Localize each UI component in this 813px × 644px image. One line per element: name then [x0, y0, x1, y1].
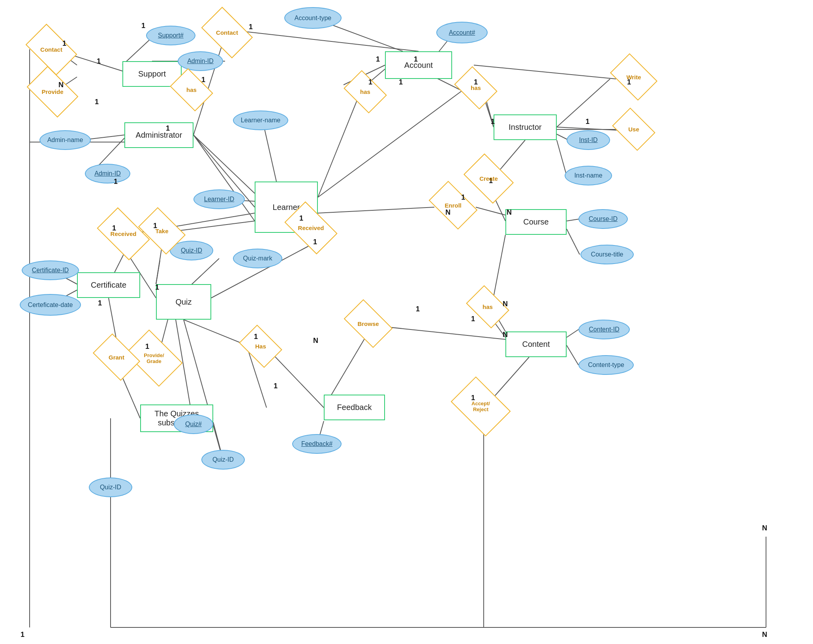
card-38: 1 [254, 333, 258, 341]
card-11: 1 [368, 78, 372, 86]
attr-account-num: Account# [436, 22, 488, 43]
rel-accept-reject: Accept/Reject [456, 389, 505, 424]
svg-line-56 [184, 320, 247, 345]
card-39: 1 [274, 382, 278, 390]
card-21: 1 [112, 224, 116, 232]
card-3: N [58, 81, 64, 89]
card-10: 1 [166, 124, 170, 133]
svg-line-27 [318, 207, 434, 213]
card-26: 1 [313, 238, 317, 246]
attr-cert-id: Certificate-ID [22, 260, 79, 280]
attr-inst-name: Inst-name [565, 166, 612, 185]
rel-browse: Browse [347, 310, 389, 337]
card-1: 1 [62, 39, 66, 48]
attr-admin-id2: Admin-ID [85, 164, 130, 183]
card-33: N [762, 524, 767, 532]
rel-received2: Received [288, 213, 334, 243]
svg-line-39 [567, 229, 580, 255]
card-17: 1 [489, 177, 493, 185]
card-20: 1 [461, 193, 465, 202]
attr-feedback-num: Feedback# [292, 434, 342, 454]
rel-write: Write [614, 63, 653, 91]
entity-quiz: Quiz [156, 284, 211, 320]
svg-line-0 [245, 32, 419, 51]
card-37: 1 [98, 299, 102, 307]
rel-contact1: Contact [30, 35, 73, 64]
entity-course: Course [505, 209, 567, 235]
entity-administrator: Administrator [124, 122, 193, 148]
svg-line-72 [474, 65, 616, 79]
rel-received1: Received [101, 219, 146, 249]
card-29: N [503, 300, 508, 308]
rel-provide1: Provide [31, 77, 74, 107]
rel-provide-grade: Provide/Grade [130, 341, 178, 375]
card-8: 1 [414, 55, 418, 64]
card-24: 1 [155, 283, 159, 292]
card-35: N [762, 631, 767, 639]
card-28: 1 [416, 305, 420, 313]
card-31: 1 [471, 315, 475, 323]
svg-line-38 [567, 219, 579, 221]
entity-instructor: Instructor [494, 114, 557, 140]
attr-cert-date: Certeficate-date [20, 294, 81, 316]
card-23: 1 [153, 222, 157, 230]
rel-grant: Grant [97, 343, 136, 371]
connector-lines [0, 0, 813, 644]
svg-line-19 [193, 135, 255, 193]
svg-line-35 [557, 140, 567, 176]
entity-content: Content [505, 331, 567, 357]
card-14: 1 [491, 118, 495, 126]
attr-support-num: Support# [146, 26, 195, 45]
rel-has5: has [470, 294, 505, 320]
attr-course-title: Course-title [580, 245, 634, 264]
rel-has2: has [347, 79, 383, 105]
entity-feedback: Feedback [324, 395, 385, 420]
card-22: 1 [114, 178, 118, 186]
entity-account: Account [385, 51, 452, 79]
card-19: N [445, 208, 451, 217]
svg-line-32 [557, 79, 610, 127]
card-4: 1 [95, 98, 99, 106]
card-18: N [507, 208, 512, 217]
card-36: 1 [145, 343, 149, 351]
card-13: 1 [474, 78, 478, 86]
rel-enroll: Enroll [432, 191, 474, 219]
rel-contact2: Contact [205, 18, 249, 47]
attr-account-type: Account-type [284, 7, 342, 29]
attr-quiz-id2: Quiz-ID [201, 450, 245, 470]
attr-content-type: Content-type [578, 355, 634, 375]
card-25: 1 [299, 214, 303, 223]
rel-take: Take [142, 217, 182, 245]
rel-has4: Has [243, 333, 278, 359]
svg-line-57 [156, 247, 162, 284]
card-30: N [503, 331, 508, 339]
rel-use: Use [616, 116, 652, 142]
card-2: 1 [97, 57, 101, 66]
svg-line-44 [567, 345, 578, 365]
card-16: 1 [586, 118, 590, 126]
svg-line-43 [567, 329, 578, 337]
card-6: 1 [249, 23, 253, 31]
attr-admin-name: Admin-name [39, 130, 91, 150]
attr-learner-name: Learner-name [233, 110, 288, 130]
card-27: N [313, 337, 318, 345]
svg-line-60 [184, 320, 223, 461]
attr-inst-id: Inst-ID [567, 130, 610, 150]
card-5: 1 [141, 22, 145, 30]
attr-quiz-num: Quiz# [174, 414, 213, 434]
er-diagram: Account Support Administrator Learner In… [0, 0, 813, 644]
card-15: 1 [627, 78, 631, 86]
svg-line-47 [373, 326, 505, 339]
attr-content-id: Content-ID [578, 320, 630, 339]
entity-certificate: Certificate [77, 272, 140, 298]
card-12: 1 [399, 78, 403, 86]
card-7: 1 [376, 55, 380, 64]
attr-admin-id1: Admin-ID [178, 51, 223, 71]
attr-quiz-id3: Quiz-ID [89, 477, 132, 497]
attr-course-id: Course-ID [578, 209, 628, 229]
attr-quiz-mark: Quiz-mark [233, 249, 282, 268]
card-32: 1 [471, 394, 475, 402]
attr-learner-id: Learner-ID [193, 189, 245, 209]
card-34: 1 [21, 631, 24, 639]
card-9: 1 [201, 76, 205, 84]
